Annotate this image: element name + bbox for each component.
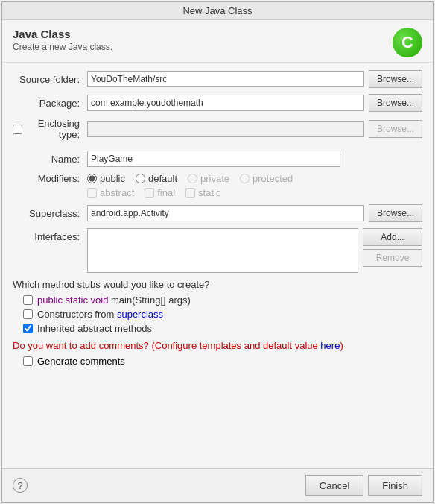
enclosing-type-checkbox[interactable] [13, 125, 22, 134]
stub-main-method: public static void main(String[] args) [23, 294, 422, 306]
modifier-static[interactable]: static [185, 187, 220, 198]
method-stubs-question: Which method stubs would you like to cre… [13, 279, 422, 290]
modifier-static-label: static [198, 187, 220, 198]
method-stubs-section: Which method stubs would you like to cre… [13, 279, 422, 334]
modifier-default-radio[interactable] [136, 174, 145, 183]
comments-question-text: Do you want to add comments? (Configure … [13, 340, 320, 351]
stub-constructors: Constructors from superclass [23, 309, 422, 320]
generate-comments-label: Generate comments [37, 356, 125, 367]
modifier-abstract[interactable]: abstract [87, 187, 134, 198]
comments-question: Do you want to add comments? (Configure … [13, 340, 422, 351]
modifier-checkboxes: abstract final static [87, 187, 422, 198]
stub-inherited-label: Inherited abstract methods [37, 323, 152, 334]
interfaces-row: Interfaces: Add... Remove [13, 228, 422, 273]
superclass-input[interactable] [87, 205, 364, 221]
modifier-default[interactable]: default [136, 173, 177, 184]
modifier-final-checkbox[interactable] [145, 188, 154, 198]
superclass-browse-button[interactable]: Browse... [369, 204, 422, 222]
modifiers-label: Modifiers: [13, 173, 87, 184]
comments-section: Do you want to add comments? (Configure … [13, 340, 422, 367]
dialog-header-title: Java Class [13, 28, 112, 40]
new-java-class-dialog: New Java Class Java Class Create a new J… [1, 1, 434, 503]
footer-buttons: Cancel Finish [305, 475, 422, 496]
modifier-static-checkbox[interactable] [185, 188, 195, 198]
stub-inherited-checkbox[interactable] [23, 324, 33, 333]
modifier-private[interactable]: private [188, 173, 229, 184]
source-folder-browse-button[interactable]: Browse... [369, 70, 422, 88]
interfaces-input[interactable] [87, 228, 358, 273]
stub-constructors-label: Constructors from superclass [37, 309, 163, 320]
modifier-final-label: final [157, 187, 175, 198]
enclosing-type-row: Enclosing type: Browse... [13, 118, 422, 140]
package-input[interactable] [87, 95, 364, 111]
finish-button[interactable]: Finish [368, 475, 422, 496]
dialog-titlebar: New Java Class [2, 2, 433, 20]
dialog-logo: C [393, 28, 422, 57]
superclass-row: Superclass: Browse... [13, 204, 422, 222]
modifier-protected-label: protected [253, 173, 293, 184]
source-folder-row: Source folder: Browse... [13, 70, 422, 88]
modifier-private-label: private [200, 173, 229, 184]
modifier-protected-radio[interactable] [240, 174, 250, 183]
modifier-final[interactable]: final [145, 187, 175, 198]
modifier-public-label: public [100, 173, 125, 184]
name-input[interactable] [87, 151, 340, 167]
enclosing-type-input[interactable] [87, 121, 364, 137]
generate-comments-checkbox[interactable] [23, 356, 33, 366]
modifier-abstract-label: abstract [100, 187, 134, 198]
dialog-title: New Java Class [182, 5, 252, 16]
interfaces-label: Interfaces: [13, 228, 87, 242]
package-label: Package: [13, 98, 87, 109]
modifiers-row: Modifiers: public default private protec… [13, 173, 422, 184]
source-folder-label: Source folder: [13, 74, 87, 85]
package-row: Package: Browse... [13, 94, 422, 112]
stub-main-label: public static void main(String[] args) [37, 294, 191, 306]
help-button[interactable]: ? [13, 478, 28, 493]
comments-configure-link[interactable]: here [320, 340, 340, 351]
enclosing-type-label: Enclosing type: [13, 118, 87, 140]
modifiers-radio-group: public default private protected [87, 173, 293, 184]
stub-main-checkbox[interactable] [23, 295, 33, 305]
modifier-private-radio[interactable] [188, 174, 197, 183]
dialog-footer: ? Cancel Finish [2, 468, 433, 502]
dialog-header: Java Class Create a new Java class. C [2, 20, 433, 63]
modifier-default-label: default [148, 173, 177, 184]
interfaces-add-button[interactable]: Add... [363, 228, 422, 246]
superclass-label: Superclass: [13, 208, 87, 219]
name-row: Name: [13, 151, 422, 167]
source-folder-input[interactable] [87, 71, 364, 87]
comments-question-end: ) [340, 340, 343, 351]
name-label: Name: [13, 154, 87, 165]
modifier-public[interactable]: public [87, 173, 125, 184]
enclosing-type-browse-button: Browse... [369, 120, 422, 138]
enclosing-type-label-text: Enclosing type: [25, 118, 80, 140]
modifier-abstract-checkbox[interactable] [87, 188, 97, 198]
cancel-button[interactable]: Cancel [305, 475, 363, 496]
generate-comments-row: Generate comments [23, 356, 422, 367]
stub-constructors-checkbox[interactable] [23, 309, 33, 319]
interfaces-buttons: Add... Remove [363, 228, 422, 267]
dialog-content: Source folder: Browse... Package: Browse… [2, 63, 433, 468]
dialog-header-subtitle: Create a new Java class. [13, 42, 112, 52]
modifier-public-radio[interactable] [87, 174, 97, 183]
interfaces-remove-button[interactable]: Remove [363, 249, 422, 267]
stub-inherited: Inherited abstract methods [23, 323, 422, 334]
dialog-header-text: Java Class Create a new Java class. [13, 28, 112, 52]
modifier-protected[interactable]: protected [240, 173, 293, 184]
package-browse-button[interactable]: Browse... [369, 94, 422, 112]
